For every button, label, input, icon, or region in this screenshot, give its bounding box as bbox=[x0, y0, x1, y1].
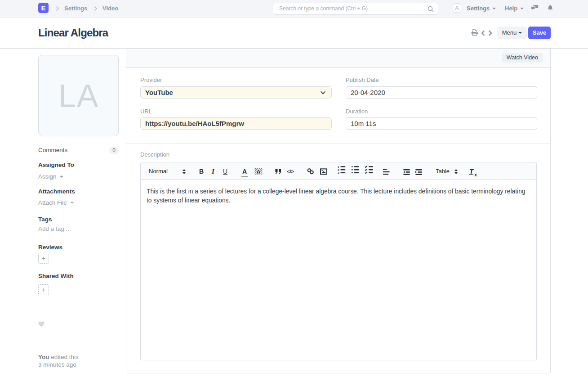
svg-text:1: 1 bbox=[338, 166, 339, 168]
svg-text:3: 3 bbox=[338, 171, 339, 174]
svg-text:A: A bbox=[256, 168, 261, 175]
svg-text:2: 2 bbox=[338, 169, 339, 171]
